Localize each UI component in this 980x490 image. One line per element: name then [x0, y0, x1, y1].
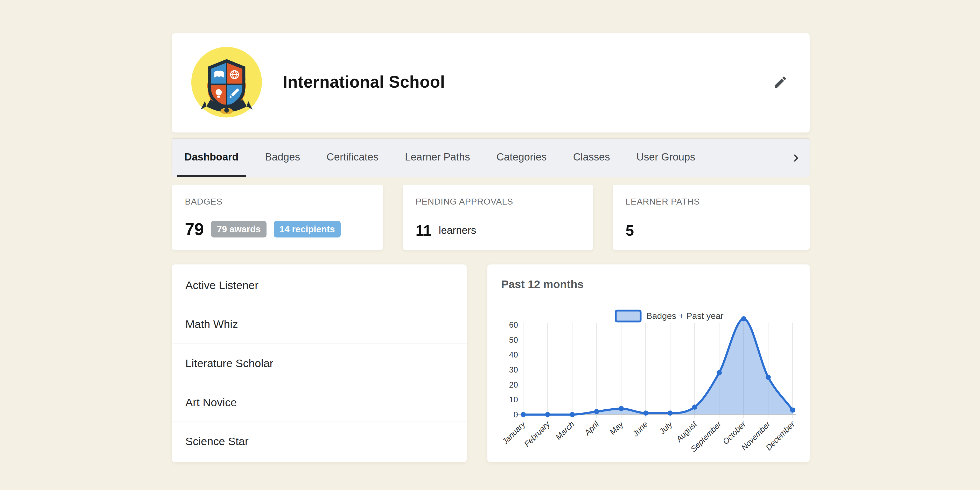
svg-text:June: June: [630, 420, 649, 438]
badges-past-year-chart: 0102030405060JanuaryFebruaryMarchAprilMa…: [487, 303, 810, 462]
tab-classes[interactable]: Classes: [566, 139, 617, 177]
svg-text:30: 30: [509, 365, 518, 374]
tab-user-groups[interactable]: User Groups: [629, 139, 703, 177]
edit-school-button[interactable]: [773, 75, 788, 90]
tab-badges[interactable]: Badges: [258, 139, 307, 177]
tab-dashboard[interactable]: Dashboard: [177, 139, 246, 177]
legend-label: Badges + Past year: [646, 311, 724, 321]
pending-approvals-count: 11: [415, 222, 431, 239]
svg-text:20: 20: [509, 380, 518, 390]
tab-strip: DashboardBadgesCertificatesLearner Paths…: [172, 139, 714, 177]
pencil-icon: [773, 75, 788, 90]
badge-list-item[interactable]: Science Star: [172, 422, 467, 461]
stat-card-learner-paths: LEARNER PATHS 5: [612, 185, 810, 250]
stat-label: BADGES: [185, 197, 370, 207]
recipients-pill: 14 recipients: [274, 221, 340, 237]
stat-label: LEARNER PATHS: [625, 197, 797, 207]
learner-paths-count: 5: [625, 222, 634, 239]
pending-approvals-suffix: learners: [439, 224, 476, 236]
svg-text:10: 10: [509, 395, 518, 404]
chevron-right-icon[interactable]: ›: [793, 148, 810, 168]
stat-card-pending-approvals: PENDING APPROVALS 11 learners: [402, 185, 593, 250]
tab-categories[interactable]: Categories: [489, 139, 554, 177]
stat-label: PENDING APPROVALS: [415, 197, 580, 207]
svg-text:50: 50: [509, 336, 518, 345]
x-axis-labels: JanuaryFebruaryMarchAprilMayJuneJulyAugu…: [500, 419, 797, 454]
svg-text:February: February: [522, 419, 552, 449]
svg-text:40: 40: [509, 350, 518, 360]
chart-card: Past 12 months 0102030405060JanuaryFebru…: [487, 264, 810, 462]
tab-certificates[interactable]: Certificates: [320, 139, 386, 177]
badge-list-item[interactable]: Active Listener: [172, 266, 467, 305]
school-header-card: International School: [172, 33, 810, 132]
svg-text:March: March: [554, 420, 576, 442]
svg-text:April: April: [582, 419, 601, 438]
y-axis-labels: 0102030405060: [509, 320, 518, 419]
svg-text:0: 0: [514, 410, 518, 419]
stats-row: BADGES 79 79 awards 14 recipients PENDIN…: [172, 185, 810, 250]
svg-text:July: July: [657, 419, 675, 436]
badge-list-item[interactable]: Math Whiz: [172, 305, 467, 344]
stat-card-badges: BADGES 79 79 awards 14 recipients: [172, 185, 383, 250]
page-title: International School: [283, 74, 445, 90]
svg-text:August: August: [674, 419, 699, 444]
chart-legend: Badges + Past year: [616, 310, 724, 321]
svg-text:60: 60: [509, 320, 518, 329]
tab-learner-paths[interactable]: Learner Paths: [398, 139, 477, 177]
chart-title: Past 12 months: [501, 278, 584, 291]
school-dashboard-page: International School DashboardBadgesCert…: [0, 0, 980, 490]
awards-pill: 79 awards: [211, 221, 266, 237]
tab-bar: DashboardBadgesCertificatesLearner Paths…: [172, 139, 810, 177]
badges-count: 79: [185, 220, 204, 239]
badge-list-card: Active ListenerMath WhizLiterature Schol…: [172, 264, 467, 462]
school-crest-logo: [191, 46, 262, 118]
badge-list-item[interactable]: Art Novice: [172, 383, 467, 422]
badge-list-item[interactable]: Literature Scholar: [172, 344, 467, 383]
svg-text:May: May: [608, 419, 625, 437]
book-icon: [215, 70, 224, 77]
legend-swatch: [616, 310, 641, 321]
